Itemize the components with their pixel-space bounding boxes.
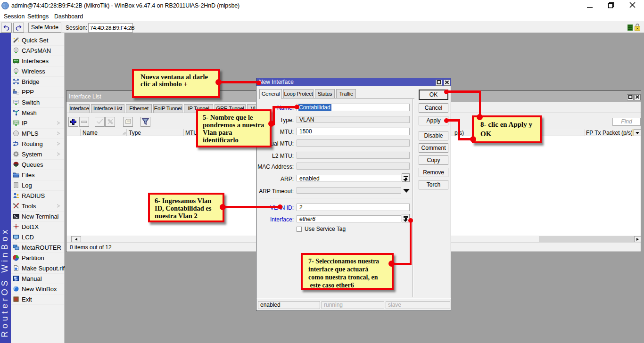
- svg-text:255: 255: [14, 121, 19, 124]
